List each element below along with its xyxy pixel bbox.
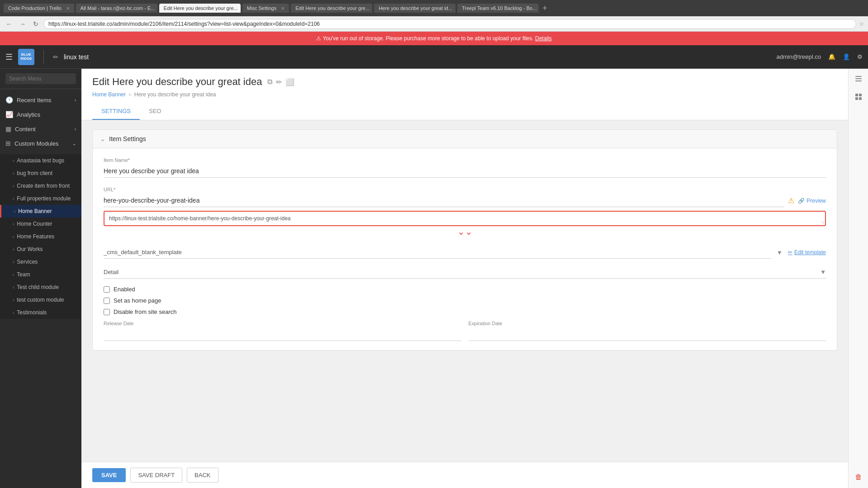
- form-area: ⌄ Item Settings Item Name* URL*: [81, 120, 848, 462]
- storage-warning: ⚠ You've run out of storage. Please purc…: [0, 32, 868, 45]
- save-button[interactable]: SAVE: [92, 468, 126, 482]
- tab-here[interactable]: Here you describe your great id... ✕: [374, 4, 455, 13]
- sidebar-item-home-banner[interactable]: › Home Banner: [0, 205, 81, 218]
- nav-divider: [43, 50, 44, 64]
- preview-icon: 🔗: [798, 198, 805, 204]
- template-select[interactable]: _cms_default_blank_template: [104, 246, 771, 259]
- card-header[interactable]: ⌄ Item Settings: [93, 130, 837, 148]
- enabled-checkbox[interactable]: [104, 286, 110, 293]
- edit-site-icon[interactable]: ✏: [53, 53, 58, 61]
- sidebar-item-custom-modules[interactable]: ⊞ Custom Modules ⌄: [0, 136, 81, 151]
- details-link[interactable]: Details: [535, 35, 552, 42]
- sidebar-item-home-features[interactable]: › Home Features: [0, 230, 81, 243]
- url-input[interactable]: [104, 194, 784, 207]
- trash-icon: 🗑: [855, 473, 862, 481]
- checkbox-group: Enabled Set as home page Disable from si…: [104, 286, 826, 315]
- list-view-icon: [854, 75, 863, 85]
- sidebar-item-bug-from-client[interactable]: › bug from client: [0, 167, 81, 180]
- close-tab-trello[interactable]: ✕: [66, 6, 70, 11]
- sidebar-item-services[interactable]: › Services: [0, 256, 81, 268]
- set-as-home-page-checkbox-item[interactable]: Set as home page: [104, 297, 826, 304]
- expiration-date-label: Expiration Date: [469, 321, 826, 326]
- settings-icon[interactable]: ⚙: [857, 53, 863, 60]
- tab-edit2[interactable]: Edit Here you describe your gre... ✕: [291, 4, 372, 13]
- top-nav: ☰ BLUE RIDGE ✏ linux test admin@treepl.c…: [0, 45, 868, 69]
- tab-settings[interactable]: SETTINGS: [92, 103, 140, 120]
- save-draft-button[interactable]: SAVE DRAFT: [130, 468, 182, 483]
- grid-view-button[interactable]: [851, 90, 866, 105]
- edit-icon[interactable]: ✏: [276, 78, 282, 86]
- new-tab-button[interactable]: +: [542, 4, 547, 13]
- set-as-home-page-checkbox[interactable]: [104, 298, 110, 304]
- sidebar-item-our-works[interactable]: › Our Works: [0, 243, 81, 256]
- sidebar-item-testimonials[interactable]: › Testimonials: [0, 306, 81, 319]
- close-tab-misc[interactable]: ✕: [281, 6, 285, 11]
- preview-button[interactable]: 🔗 Preview: [798, 198, 826, 204]
- address-bar[interactable]: [43, 19, 856, 29]
- bell-icon[interactable]: 🔔: [828, 53, 835, 60]
- sidebar-item-full-properties-module[interactable]: › Full properties module: [0, 192, 81, 205]
- content-icon: ▦: [5, 125, 11, 133]
- sidebar-item-analytics[interactable]: 📈 Analytics: [0, 107, 81, 122]
- back-button-toolbar[interactable]: BACK: [187, 468, 218, 483]
- tab-misc[interactable]: Misc Settings ✕: [242, 4, 289, 13]
- disable-from-site-search-checkbox-item[interactable]: Disable from site search: [104, 308, 826, 315]
- search-input[interactable]: [5, 73, 76, 84]
- modules-icon: ⊞: [5, 140, 11, 147]
- url-full-input: https://linux-test.trialsite.co/home-ban…: [104, 211, 826, 237]
- sidebar-item-anastasia-test-bugs[interactable]: › Anastasia test bugs: [0, 154, 81, 167]
- item-name-label: Item Name*: [104, 157, 826, 163]
- delete-button[interactable]: 🗑: [851, 470, 866, 484]
- breadcrumb: Home Banner » Here you describe your gre…: [92, 91, 837, 98]
- clock-icon: 🕐: [5, 96, 13, 104]
- breadcrumb-separator: »: [128, 91, 132, 98]
- tab-mail[interactable]: All Mail - taras.r@ez-bc.com - E... ✕: [76, 4, 157, 13]
- profile-icon[interactable]: 👤: [843, 53, 850, 60]
- release-date-group: Release Date: [104, 321, 461, 341]
- sidebar-item-home-counter[interactable]: › Home Counter: [0, 218, 81, 230]
- sidebar-item-create-item-from-front[interactable]: › Create item from front: [0, 180, 81, 192]
- release-date-input[interactable]: [104, 328, 461, 341]
- edit-template-button[interactable]: ✏ Edit template: [788, 249, 826, 256]
- sidebar-item-content[interactable]: ▦ Content ›: [0, 122, 81, 136]
- collapse-icon: ⌄: [100, 135, 105, 142]
- url-row: ⚠ 🔗 Preview: [104, 194, 826, 207]
- expiration-date-input[interactable]: [469, 328, 826, 341]
- template-row: _cms_default_blank_template ▼ ✏ Edit tem…: [104, 246, 826, 259]
- release-date-label: Release Date: [104, 321, 461, 326]
- page-header: Edit Here you describe your great idea ⧉…: [81, 69, 848, 120]
- svg-rect-5: [855, 97, 858, 100]
- url-warning-icon: ⚠: [788, 196, 794, 205]
- hamburger-menu[interactable]: ☰: [5, 52, 13, 62]
- url-full-box: https://linux-test.trialsite.co/home-ban…: [104, 211, 826, 226]
- page-title-icons: ⧉ ✏ ⬜: [267, 78, 294, 86]
- url-input-wrap: [104, 194, 784, 207]
- sidebar-item-test-custom-module[interactable]: › test custom module: [0, 294, 81, 306]
- list-view-button[interactable]: [851, 72, 866, 87]
- copy-icon[interactable]: ⧉: [267, 78, 272, 86]
- page-title-row: Edit Here you describe your great idea ⧉…: [92, 76, 837, 88]
- settings-card: ⌄ Item Settings Item Name* URL*: [92, 129, 837, 351]
- back-button[interactable]: ←: [4, 19, 14, 28]
- tab-seo[interactable]: SEO: [140, 103, 170, 120]
- bookmark-icon[interactable]: ☆: [859, 20, 864, 27]
- svg-rect-4: [859, 94, 862, 96]
- detail-row[interactable]: Detail ▼: [104, 266, 826, 279]
- disable-from-site-search-checkbox[interactable]: [104, 309, 110, 315]
- export-icon[interactable]: ⬜: [285, 78, 294, 86]
- refresh-button[interactable]: ↻: [31, 19, 41, 28]
- breadcrumb-parent-link[interactable]: Home Banner: [92, 91, 126, 98]
- sidebar-item-recent-items[interactable]: 🕐 Recent Items ›: [0, 93, 81, 107]
- svg-rect-3: [855, 94, 858, 96]
- sidebar-item-test-child-module[interactable]: › Test child module: [0, 281, 81, 294]
- enabled-checkbox-item[interactable]: Enabled: [104, 286, 826, 293]
- sidebar-item-team[interactable]: › Team: [0, 268, 81, 281]
- tab-edit-active[interactable]: Edit Here you describe your gre... ✕: [159, 4, 241, 13]
- logo-area: BLUE RIDGE: [18, 49, 34, 65]
- forward-button[interactable]: →: [17, 19, 28, 28]
- top-nav-right: admin@treepl.co 🔔 👤 ⚙: [777, 53, 863, 60]
- tab-trello[interactable]: Code Production | Trello ✕: [4, 4, 74, 13]
- card-body: Item Name* URL* ⚠ 🔗: [93, 148, 837, 350]
- item-name-input[interactable]: [104, 165, 826, 178]
- tab-treepl[interactable]: Treepl Team v6.10 Backlog - Bo... ✕: [457, 4, 539, 13]
